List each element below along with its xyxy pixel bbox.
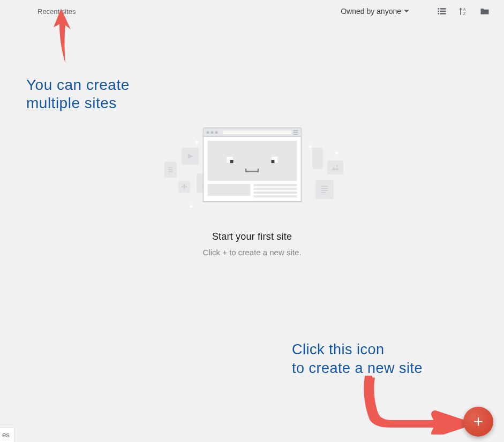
- svg-point-16: [336, 165, 337, 167]
- deco-image-icon: [327, 161, 343, 174]
- list-view-icon[interactable]: [431, 1, 453, 22]
- svg-rect-1: [440, 8, 446, 10]
- empty-state-subtitle: Click + to create a new site.: [118, 248, 386, 257]
- svg-rect-15: [182, 186, 187, 187]
- deco-list-icon: [315, 180, 334, 199]
- svg-rect-4: [438, 13, 440, 14]
- svg-rect-18: [321, 188, 328, 189]
- deco-plus-icon: [178, 181, 190, 193]
- svg-rect-5: [440, 13, 446, 14]
- empty-state-title: Start your first site: [118, 231, 386, 242]
- annotation-arrow-right: [359, 376, 466, 435]
- svg-rect-19: [321, 190, 328, 191]
- sparkle-icon: ✦: [193, 138, 200, 147]
- svg-rect-20: [321, 192, 326, 193]
- annotation-bottom: Click this icon to create a new site: [292, 340, 423, 378]
- deco-play-icon: [182, 148, 199, 165]
- plus-icon: [471, 415, 485, 429]
- caret-down-icon: [403, 8, 410, 14]
- deco-phone-icon: [312, 148, 323, 169]
- sort-az-icon[interactable]: AZ: [453, 1, 474, 22]
- svg-text:A: A: [463, 7, 466, 11]
- annotation-arrow-up: [50, 7, 75, 66]
- browser-mockup: [202, 127, 302, 202]
- svg-rect-9: [168, 169, 172, 170]
- svg-text:Z: Z: [463, 12, 465, 16]
- sparkle-icon: ✦: [188, 202, 194, 211]
- deco-doc-icon: [164, 162, 177, 178]
- svg-rect-10: [168, 171, 172, 172]
- svg-rect-8: [168, 167, 172, 168]
- svg-rect-17: [321, 186, 328, 187]
- empty-state: ✦ ✦ ✦ ✦ Start: [118, 127, 386, 257]
- sparkle-icon: ✦: [334, 149, 340, 157]
- svg-rect-0: [438, 8, 440, 10]
- folder-icon[interactable]: [474, 1, 495, 22]
- owned-by-label: Owned by anyone: [341, 7, 401, 16]
- create-site-fab[interactable]: [463, 407, 493, 437]
- header-bar: Recent sites Owned by anyone AZ: [0, 0, 504, 22]
- owned-by-dropdown[interactable]: Owned by anyone: [341, 7, 410, 16]
- annotation-top: You can create multiple sites: [26, 76, 130, 112]
- empty-state-illustration: ✦ ✦ ✦ ✦: [156, 127, 349, 218]
- svg-rect-3: [440, 11, 446, 12]
- cropped-fragment: es: [0, 427, 14, 442]
- svg-rect-2: [438, 11, 440, 12]
